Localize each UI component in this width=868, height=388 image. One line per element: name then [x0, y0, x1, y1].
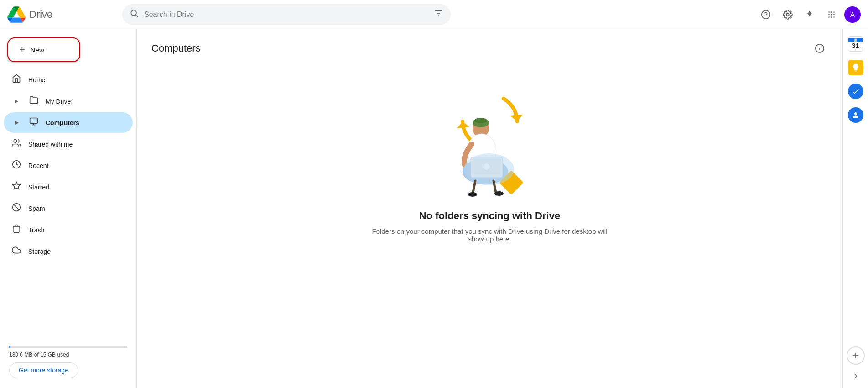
plus-icon: + — [19, 45, 25, 55]
sidebar-item-shared[interactable]: Shared with me — [4, 134, 133, 154]
page-title-row: Computers — [151, 40, 828, 57]
svg-point-11 — [828, 14, 830, 15]
home-icon — [11, 74, 22, 85]
sidebar-item-computers-label: Computers — [46, 119, 79, 126]
sidebar-item-spam-label: Spam — [28, 205, 45, 212]
apps-button[interactable] — [822, 5, 841, 24]
empty-state-title: No folders syncing with Drive — [419, 210, 560, 222]
sidebar: + New Home ▶ — [0, 29, 137, 388]
svg-point-14 — [828, 16, 830, 18]
empty-illustration — [440, 89, 540, 199]
header-right: A — [757, 5, 861, 24]
svg-marker-28 — [510, 115, 523, 121]
my-drive-icon — [28, 95, 39, 107]
storage-used-text: 180.6 MB of 15 GB used — [9, 351, 127, 358]
gemini-button[interactable] — [800, 5, 819, 24]
svg-point-13 — [833, 14, 835, 15]
search-icon — [130, 9, 139, 20]
get-storage-button[interactable]: Get more storage — [9, 362, 78, 378]
svg-line-24 — [14, 204, 19, 210]
settings-button[interactable] — [779, 5, 797, 24]
avatar[interactable]: A — [844, 6, 861, 23]
sidebar-item-starred[interactable]: Starred — [4, 177, 133, 197]
svg-point-20 — [14, 140, 17, 143]
sidebar-item-home[interactable]: Home — [4, 69, 133, 90]
svg-point-42 — [468, 192, 477, 197]
sidebar-item-recent[interactable]: Recent — [4, 155, 133, 176]
rail-contacts-icon[interactable] — [847, 106, 865, 124]
svg-marker-22 — [13, 182, 21, 189]
svg-point-12 — [831, 14, 832, 15]
sidebar-item-trash[interactable]: Trash — [4, 220, 133, 240]
sidebar-nav: Home ▶ My Drive ▶ — [0, 69, 136, 262]
new-button-wrap: + New — [0, 34, 136, 69]
search-bar[interactable] — [122, 4, 451, 25]
sidebar-item-computers[interactable]: ▶ Computers — [4, 112, 133, 133]
storage-icon — [11, 246, 22, 257]
rail-tasks-icon[interactable] — [847, 82, 865, 100]
body-layout: + New Home ▶ — [0, 29, 868, 388]
svg-point-16 — [833, 16, 835, 18]
storage-section: 180.6 MB of 15 GB used Get more storage — [0, 341, 136, 383]
svg-rect-17 — [30, 118, 38, 124]
my-drive-arrow-icon: ▶ — [11, 98, 22, 104]
svg-marker-29 — [457, 121, 469, 128]
rail-chevron-icon[interactable] — [852, 372, 860, 383]
sidebar-item-my-drive[interactable]: ▶ My Drive — [4, 91, 133, 111]
logo-area: Drive — [7, 5, 117, 24]
info-button[interactable] — [811, 40, 828, 57]
sidebar-item-recent-label: Recent — [28, 162, 48, 169]
sidebar-item-shared-label: Shared with me — [28, 141, 73, 148]
search-filter-icon[interactable] — [433, 8, 443, 21]
sidebar-item-my-drive-label: My Drive — [46, 98, 71, 105]
empty-state: No folders syncing with Drive Folders on… — [151, 71, 828, 243]
search-input[interactable] — [144, 10, 428, 19]
drive-logo-icon — [7, 5, 26, 24]
svg-point-32 — [474, 118, 487, 123]
main-content: Computers — [137, 29, 842, 388]
svg-point-9 — [831, 11, 832, 13]
computers-icon — [28, 117, 39, 128]
sidebar-item-home-label: Home — [28, 76, 45, 84]
header: Drive — [0, 0, 868, 29]
computers-arrow-icon: ▶ — [11, 120, 22, 126]
svg-point-10 — [833, 11, 835, 13]
sidebar-item-storage-label: Storage — [28, 248, 51, 255]
storage-bar-fill — [9, 346, 10, 348]
right-rail: ▐▌ 31 — [842, 29, 868, 388]
logo-text: Drive — [29, 9, 52, 21]
svg-point-43 — [494, 191, 504, 196]
svg-point-7 — [786, 13, 789, 16]
new-button[interactable]: + New — [7, 37, 80, 62]
sidebar-item-spam[interactable]: Spam — [4, 198, 133, 219]
trash-icon — [11, 224, 22, 236]
svg-line-1 — [136, 15, 138, 17]
svg-point-0 — [131, 10, 136, 16]
recent-icon — [11, 160, 22, 171]
empty-state-subtitle: Folders on your computer that you sync w… — [371, 227, 608, 243]
svg-point-8 — [828, 11, 830, 13]
starred-icon — [11, 181, 22, 193]
svg-point-39 — [464, 153, 514, 185]
sidebar-item-storage[interactable]: Storage — [4, 241, 133, 262]
page-title: Computers — [151, 42, 201, 54]
new-button-label: New — [31, 46, 44, 54]
spam-icon — [11, 203, 22, 214]
help-button[interactable] — [757, 5, 775, 24]
sidebar-item-starred-label: Starred — [28, 184, 49, 191]
shared-icon — [11, 138, 22, 150]
rail-add-button[interactable] — [847, 346, 865, 365]
rail-keep-icon[interactable] — [847, 58, 865, 77]
rail-calendar-icon[interactable]: ▐▌ 31 — [847, 35, 865, 53]
storage-bar-wrap — [9, 346, 127, 348]
sidebar-item-trash-label: Trash — [28, 226, 44, 234]
svg-point-15 — [831, 16, 832, 18]
